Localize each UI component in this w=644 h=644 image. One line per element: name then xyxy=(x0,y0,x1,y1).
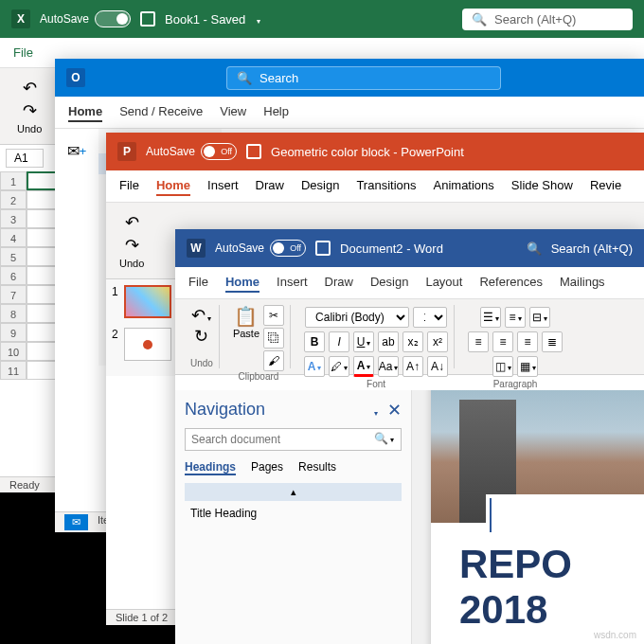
cut-icon[interactable]: ✂ xyxy=(263,305,284,326)
ppt-tab[interactable]: Home xyxy=(156,176,190,196)
numbering-button[interactable]: ≡ xyxy=(505,307,526,328)
word-tab[interactable]: Home xyxy=(225,273,259,293)
outlook-tab[interactable]: Help xyxy=(263,102,289,122)
ppt-autosave-toggle[interactable]: Off xyxy=(201,143,237,160)
excel-row-header[interactable]: 1 xyxy=(0,171,27,190)
clipboard-label: Clipboard xyxy=(239,371,279,382)
redo-icon[interactable]: ↻ xyxy=(194,326,208,347)
ppt-tab[interactable]: Insert xyxy=(207,176,239,196)
font-size-select[interactable]: 14 xyxy=(413,307,447,328)
paste-icon[interactable]: 📋 xyxy=(233,305,259,328)
ppt-tab[interactable]: File xyxy=(119,176,139,196)
ppt-tab[interactable]: Animations xyxy=(434,176,494,196)
excel-row-header[interactable]: 5 xyxy=(0,247,27,266)
undo-icon[interactable]: ↶ xyxy=(191,305,211,326)
word-tab[interactable]: File xyxy=(188,273,208,293)
justify-button[interactable]: ≣ xyxy=(542,331,563,352)
outlook-tab[interactable]: Send / Receive xyxy=(119,102,203,122)
word-tab[interactable]: Design xyxy=(370,273,408,293)
excel-row-header[interactable]: 6 xyxy=(0,266,27,285)
ppt-tab[interactable]: Draw xyxy=(256,176,284,196)
grow-font-button[interactable]: A↑ xyxy=(402,356,423,377)
save-icon[interactable] xyxy=(246,144,261,159)
word-search-label[interactable]: Search (Alt+Q) xyxy=(551,242,633,256)
text-cursor xyxy=(490,498,492,532)
search-icon: 🔍 xyxy=(472,12,487,27)
outlook-search[interactable]: 🔍 Search xyxy=(226,66,501,90)
undo-icon[interactable]: ↶ xyxy=(125,212,139,233)
font-family-select[interactable]: Calibri (Body) xyxy=(305,307,409,328)
excel-search[interactable]: 🔍 Search (Alt+Q) xyxy=(462,9,633,30)
nav-tab[interactable]: Pages xyxy=(251,460,283,475)
align-right-button[interactable]: ≡ xyxy=(517,331,538,352)
new-mail-button[interactable]: ✉+ xyxy=(63,136,91,165)
excel-row-header[interactable]: 3 xyxy=(0,209,27,228)
highlight-button[interactable]: 🖊 xyxy=(329,356,349,377)
save-icon[interactable] xyxy=(140,11,155,27)
excel-row-header[interactable]: 2 xyxy=(0,190,27,209)
excel-row-header[interactable]: 8 xyxy=(0,304,27,323)
watermark: wsdn.com xyxy=(594,630,636,640)
excel-title: Book1 - Saved xyxy=(165,12,245,27)
word-autosave-toggle[interactable]: Off xyxy=(270,240,306,257)
ppt-autosave-label: AutoSave xyxy=(146,145,195,158)
ppt-app-icon: P xyxy=(117,142,136,161)
redo-icon[interactable]: ↷ xyxy=(23,100,37,121)
search-icon[interactable]: 🔍 xyxy=(374,432,394,445)
format-painter-icon[interactable]: 🖌 xyxy=(263,350,284,371)
excel-row-headers: 1234567891011 xyxy=(0,171,27,380)
nav-tab[interactable]: Results xyxy=(298,460,336,475)
ppt-tab[interactable]: Revie xyxy=(590,176,621,196)
nav-search-input[interactable] xyxy=(185,428,402,451)
redo-icon[interactable]: ↷ xyxy=(125,235,139,256)
text-effects-button[interactable]: A xyxy=(304,356,325,377)
nav-heading-item[interactable]: Title Heading xyxy=(185,505,402,522)
excel-row-header[interactable]: 4 xyxy=(0,228,27,247)
word-tab[interactable]: Layout xyxy=(425,273,462,293)
ppt-titlebar: P AutoSave Off Geometric color block - P… xyxy=(106,133,644,170)
word-autosave-label: AutoSave xyxy=(215,242,264,255)
mail-icon[interactable]: ✉ xyxy=(64,514,88,530)
italic-button[interactable]: I xyxy=(329,331,349,352)
excel-row-header[interactable]: 7 xyxy=(0,285,27,304)
excel-row-header[interactable]: 9 xyxy=(0,323,27,342)
font-color-button[interactable]: A xyxy=(353,356,374,377)
save-icon[interactable] xyxy=(315,241,331,256)
subscript-button[interactable]: x₂ xyxy=(402,331,423,352)
align-left-button[interactable]: ≡ xyxy=(468,331,489,352)
superscript-button[interactable]: x² xyxy=(427,331,448,352)
chevron-down-icon[interactable] xyxy=(255,12,260,27)
search-icon[interactable]: 🔍 xyxy=(527,242,542,256)
word-tab[interactable]: Mailings xyxy=(560,273,605,293)
bold-button[interactable]: B xyxy=(304,331,325,352)
excel-cell-reference[interactable] xyxy=(6,149,44,168)
excel-row-header[interactable]: 10 xyxy=(0,342,27,361)
shrink-font-button[interactable]: A↓ xyxy=(427,356,448,377)
nav-options-icon[interactable] xyxy=(372,401,378,420)
word-menubar: FileHomeInsertDrawDesignLayoutReferences… xyxy=(175,267,644,299)
nav-heading-bar[interactable]: ▴ xyxy=(185,483,402,501)
strike-button[interactable]: ab xyxy=(378,331,399,352)
align-center-button[interactable]: ≡ xyxy=(492,331,513,352)
nav-tab[interactable]: Headings xyxy=(185,460,236,475)
outlook-tab[interactable]: View xyxy=(220,102,246,122)
multilevel-button[interactable]: ⊟ xyxy=(529,307,550,328)
change-case-button[interactable]: Aa xyxy=(378,356,399,377)
copy-icon[interactable]: ⿻ xyxy=(263,328,284,349)
borders-button[interactable]: ▦ xyxy=(517,356,538,377)
close-icon[interactable]: ✕ xyxy=(387,401,402,420)
word-tab[interactable]: Draw xyxy=(325,273,353,293)
word-tab[interactable]: Insert xyxy=(277,273,308,293)
underline-button[interactable]: U xyxy=(353,331,374,352)
word-tab[interactable]: References xyxy=(479,273,542,293)
outlook-tab[interactable]: Home xyxy=(68,102,102,122)
ppt-tab[interactable]: Transitions xyxy=(356,176,416,196)
undo-icon[interactable]: ↶ xyxy=(23,78,37,98)
ppt-tab[interactable]: Slide Show xyxy=(511,176,573,196)
excel-row-header[interactable]: 11 xyxy=(0,361,27,380)
excel-autosave-toggle[interactable] xyxy=(95,10,131,27)
bullets-button[interactable]: ☰ xyxy=(480,307,501,328)
excel-file-tab[interactable]: File xyxy=(13,44,33,62)
ppt-tab[interactable]: Design xyxy=(301,176,339,196)
shading-button[interactable]: ◫ xyxy=(492,356,513,377)
